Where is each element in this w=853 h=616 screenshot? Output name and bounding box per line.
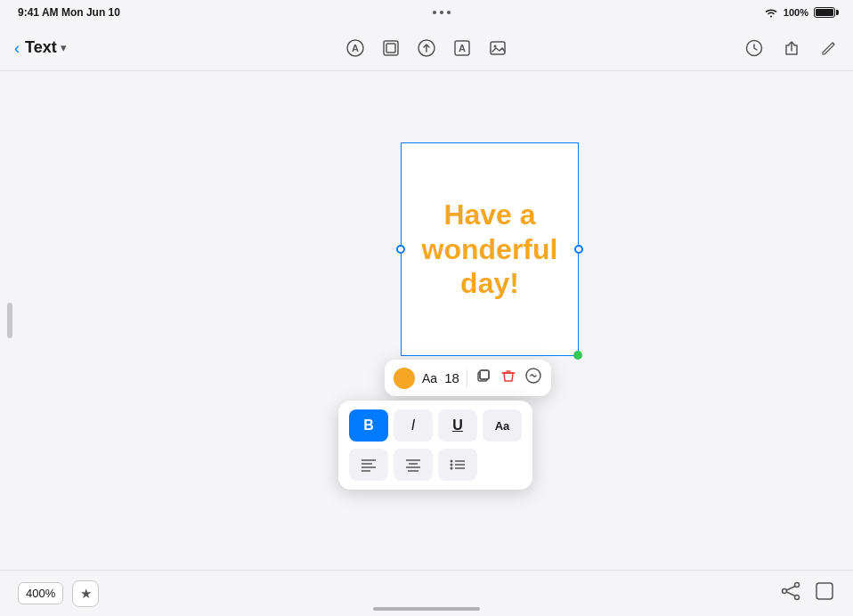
side-handle[interactable] <box>7 303 12 338</box>
resize-handle-right[interactable] <box>574 245 583 254</box>
text-box[interactable]: Have a wonderful day! <box>401 142 579 356</box>
format-toolbar: B I U Aa <box>338 401 532 490</box>
font-size-value[interactable]: 18 <box>444 370 459 385</box>
back-button[interactable]: ‹ <box>14 40 20 56</box>
svg-point-29 <box>795 583 800 588</box>
share-icon[interactable] <box>782 38 801 58</box>
image-icon[interactable] <box>488 38 508 58</box>
edit-icon[interactable] <box>819 38 839 58</box>
battery-icon <box>814 7 835 18</box>
text-box-content: Have a wonderful day! <box>412 198 567 300</box>
list-button[interactable] <box>438 449 477 481</box>
bottom-right-icons <box>780 580 835 606</box>
home-indicator <box>373 607 480 611</box>
bookmark-button[interactable]: ★ <box>72 580 99 607</box>
toolbar-right-icons <box>633 38 840 58</box>
back-chevron-icon: ‹ <box>14 40 20 56</box>
svg-point-25 <box>451 460 453 463</box>
svg-line-32 <box>787 592 796 596</box>
bold-button[interactable]: B <box>349 409 388 442</box>
duplicate-button[interactable] <box>475 367 492 389</box>
status-bar: 9:41 AM Mon Jun 10 100% <box>0 0 853 25</box>
svg-rect-11 <box>480 370 489 379</box>
toolbar-divider <box>467 369 467 387</box>
svg-point-8 <box>494 45 497 47</box>
svg-rect-33 <box>816 583 833 599</box>
resize-handle-left[interactable] <box>396 245 405 254</box>
connect-icon[interactable] <box>780 580 801 606</box>
layers-icon[interactable] <box>381 38 401 58</box>
title-dropdown-icon: ▾ <box>61 41 67 54</box>
star-icon: ★ <box>80 586 92 602</box>
text-box-wrapper[interactable]: Have a wonderful day! <box>401 142 579 356</box>
toolbar-center-icons: A A <box>221 38 633 58</box>
align-left-button[interactable] <box>349 449 388 481</box>
svg-point-26 <box>451 464 453 466</box>
svg-point-28 <box>783 589 787 594</box>
resize-handle-bottom-right[interactable] <box>573 351 582 360</box>
status-center-dots <box>433 11 451 14</box>
page-title: Text <box>25 38 57 57</box>
svg-text:A: A <box>459 43 466 53</box>
font-case-button[interactable]: Aa <box>483 409 522 442</box>
upload-icon[interactable] <box>417 38 436 58</box>
svg-line-31 <box>787 587 796 591</box>
canvas: Have a wonderful day! Aa 18 <box>0 71 853 570</box>
float-toolbar: Aa 18 <box>385 360 551 396</box>
underline-button[interactable]: U <box>438 409 477 442</box>
status-time: 9:41 AM Mon Jun 10 <box>18 6 120 19</box>
zoom-group: 400% ★ <box>18 580 99 607</box>
svg-point-30 <box>795 596 800 600</box>
svg-point-27 <box>451 467 453 470</box>
battery-percent: 100% <box>784 7 808 18</box>
italic-button[interactable]: I <box>394 409 433 442</box>
format-row-2 <box>349 449 522 481</box>
more-button[interactable] <box>524 367 542 389</box>
title-group[interactable]: Text ▾ <box>25 38 67 57</box>
top-toolbar: ‹ Text ▾ A <box>0 25 853 71</box>
font-picker-button[interactable]: Aa <box>422 371 437 385</box>
color-picker-button[interactable] <box>394 368 415 389</box>
svg-text:A: A <box>352 43 359 53</box>
zoom-level[interactable]: 400% <box>18 582 63 604</box>
text-format-icon[interactable]: A <box>452 38 472 58</box>
delete-button[interactable] <box>500 367 517 389</box>
status-right: 100% <box>764 7 835 18</box>
format-row-1: B I U Aa <box>349 409 522 442</box>
toolbar-left: ‹ Text ▾ <box>14 38 221 57</box>
center-align-button[interactable] <box>394 449 433 481</box>
wifi-icon <box>764 7 778 18</box>
annotate-icon[interactable]: A <box>345 38 365 58</box>
frame-icon[interactable] <box>814 580 835 606</box>
svg-rect-3 <box>386 44 395 53</box>
history-icon[interactable] <box>744 38 764 58</box>
